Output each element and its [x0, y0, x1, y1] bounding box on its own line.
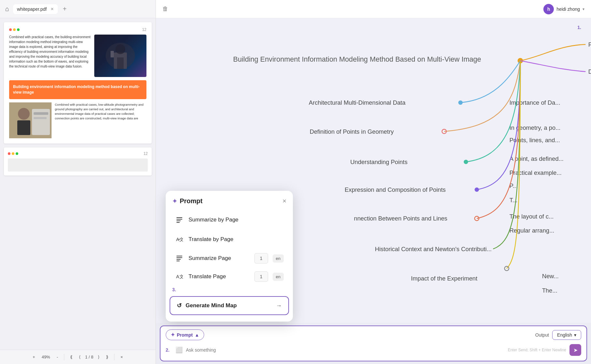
understanding-dot	[464, 160, 468, 164]
zoom-level[interactable]: 49%	[40, 353, 52, 361]
language-select[interactable]: English ▾	[552, 330, 581, 340]
prompt-toggle-button[interactable]: ✦ Prompt ▲	[166, 329, 204, 340]
node-arch: Architectural Multi-Dimensional Data	[309, 99, 406, 106]
next-page-button[interactable]: ⟩	[96, 353, 101, 361]
dot-yellow	[13, 28, 16, 31]
generate-mindmap-label: Generate Mind Map	[186, 302, 237, 309]
translate-by-page-item[interactable]: A 文 Translate by Page	[168, 230, 290, 249]
node-definition: Definition of Points in Geometry	[310, 128, 394, 135]
pdf-toolbar: + 49% - ⟪ ⟨ 1 / 8 ⟩ ⟫ ×	[0, 350, 156, 364]
arch-dot	[458, 100, 462, 105]
branch-understanding	[466, 61, 520, 162]
top-bar-right: h heidi zhong ▾	[543, 4, 584, 14]
list-icon-2	[176, 255, 183, 262]
toolbar-sep-2	[114, 354, 114, 360]
node-impact: Impact of the Experiment	[411, 275, 477, 282]
pdf-page1-text-content: Combined with practical cases, the build…	[9, 35, 91, 68]
pdf-image-building	[94, 35, 146, 77]
node-expression: Expression and Composition of Points	[345, 186, 446, 193]
generate-mindmap-button[interactable]: ↺ Generate Mind Map →	[170, 296, 289, 315]
pdf-page-dots	[9, 28, 20, 31]
pdf-highlight-box: Building environment information modelin…	[9, 80, 146, 99]
node-historical: Historical Context and Newton's Contribu…	[375, 246, 492, 252]
trash-icon[interactable]: 🗑	[162, 6, 168, 12]
zoom-in-icon: +	[33, 355, 35, 359]
pdf-highlight-text: Building environment information modelin…	[13, 84, 143, 95]
dot-yellow-2	[12, 152, 14, 155]
svg-rect-17	[176, 256, 182, 256]
tab-add-button[interactable]: +	[62, 4, 68, 14]
person-svg	[9, 102, 52, 138]
pdf-page-number-2: 12	[144, 151, 148, 156]
input-hint-text: Enter Send; Shift + Enter Newline	[508, 348, 566, 352]
pdf-page-header-1: 12	[9, 27, 146, 32]
prompt-sparkle-icon: ✦	[171, 332, 175, 338]
popup-title: ✦ Prompt	[172, 197, 203, 205]
expression-dot	[475, 188, 479, 192]
prev-page-button[interactable]: ⟨	[77, 353, 83, 361]
zoom-out-button[interactable]: -	[55, 353, 60, 361]
node-data: Data	[588, 68, 591, 75]
pdf-bottom-section: Combined with practical cases, low-altit…	[9, 102, 146, 138]
translate-icon-2: A 文	[176, 273, 183, 280]
translate-page-num-input[interactable]	[254, 271, 268, 282]
svg-text:A: A	[176, 274, 179, 279]
pdf-page1-image	[94, 35, 146, 77]
translate-by-page-icon: A 文	[175, 235, 184, 244]
step-label-3-popup: 3.	[166, 286, 293, 294]
node-layout: The layout of c...	[509, 213, 554, 220]
last-page-button[interactable]: ⟫	[104, 353, 110, 361]
first-page-icon: ⟪	[70, 355, 72, 359]
top-bar-left: 🗑	[162, 6, 168, 12]
generate-mindmap-icon: ↺	[177, 302, 182, 309]
summarize-by-page-icon	[175, 215, 184, 224]
svg-rect-19	[176, 259, 181, 260]
svg-rect-18	[176, 257, 182, 258]
branch-line-1	[520, 44, 585, 61]
pdf-page-header-2: 12	[8, 151, 148, 156]
zoom-in-button[interactable]: +	[31, 353, 37, 361]
svg-rect-12	[176, 219, 182, 220]
image-input-icon[interactable]: ⬜	[175, 346, 183, 354]
first-page-button[interactable]: ⟪	[68, 353, 74, 361]
node-points-lines: Points, lines, and...	[509, 137, 560, 144]
node-connection: nnection Between Points and Lines	[354, 215, 447, 222]
pdf-person-image	[9, 102, 52, 138]
summarize-by-page-item[interactable]: Summarize by Page	[168, 210, 290, 230]
output-label: Output	[535, 332, 549, 338]
node-pract: Pract	[588, 41, 591, 48]
summarize-page-num-input[interactable]	[254, 253, 268, 264]
svg-point-3	[115, 44, 125, 54]
pdf-page1-text1: Combined with practical cases, the build…	[9, 35, 91, 77]
popup-close-button[interactable]: ×	[282, 197, 286, 205]
popup-header: ✦ Prompt ×	[166, 191, 293, 210]
pdf-panel: ⌂ whitepaper.pdf × + 12	[0, 0, 156, 364]
language-value: English	[557, 332, 572, 338]
pdf-page2-dots	[8, 152, 18, 155]
bottom-prompt-top: ✦ Prompt ▲ Output English ▾	[160, 326, 586, 342]
app-container: ⌂ whitepaper.pdf × + 12	[0, 0, 591, 364]
pdf-content: 12 Combined with practical cases, the bu…	[0, 18, 156, 350]
next-page-icon: ⟩	[98, 355, 99, 359]
translate-page-item[interactable]: A 文 Translate Page en	[168, 267, 290, 286]
home-icon[interactable]: ⌂	[4, 4, 10, 14]
pdf-page1-text3: Combined with practical cases, low-altit…	[55, 102, 146, 138]
bottom-prompt-input-row: 2. ⬜ Enter Send; Shift + Enter Newline ➤	[160, 342, 586, 359]
pdf-tab[interactable]: whitepaper.pdf ×	[13, 4, 57, 14]
node-new: New...	[542, 273, 559, 280]
svg-rect-11	[176, 217, 182, 218]
ask-input[interactable]	[186, 347, 505, 353]
user-menu-chevron[interactable]: ▾	[583, 7, 584, 11]
pdf-page-1: 12 Combined with practical cases, the bu…	[4, 22, 152, 144]
send-button[interactable]: ➤	[569, 344, 581, 356]
svg-rect-10	[34, 117, 47, 119]
node-understanding: Understanding Points	[350, 159, 407, 165]
close-pdf-button[interactable]: ×	[118, 353, 125, 361]
dot-red	[9, 28, 12, 31]
pdf-page-number-1: 12	[142, 27, 146, 32]
tab-close-button[interactable]: ×	[51, 6, 53, 12]
zoom-level-text: 49%	[42, 355, 50, 359]
summarize-page-label: Summarize Page	[189, 255, 231, 262]
summarize-page-item[interactable]: Summarize Page en	[168, 249, 290, 267]
svg-point-6	[18, 108, 30, 120]
